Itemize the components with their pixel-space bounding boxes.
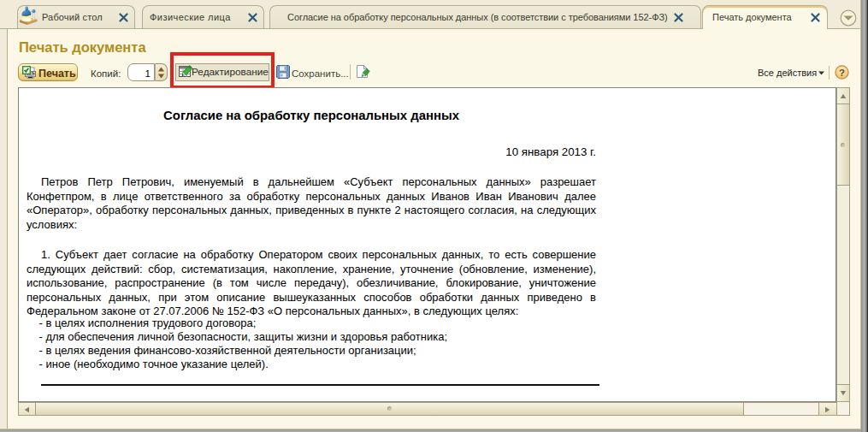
svg-text:?: ? [839, 68, 845, 78]
